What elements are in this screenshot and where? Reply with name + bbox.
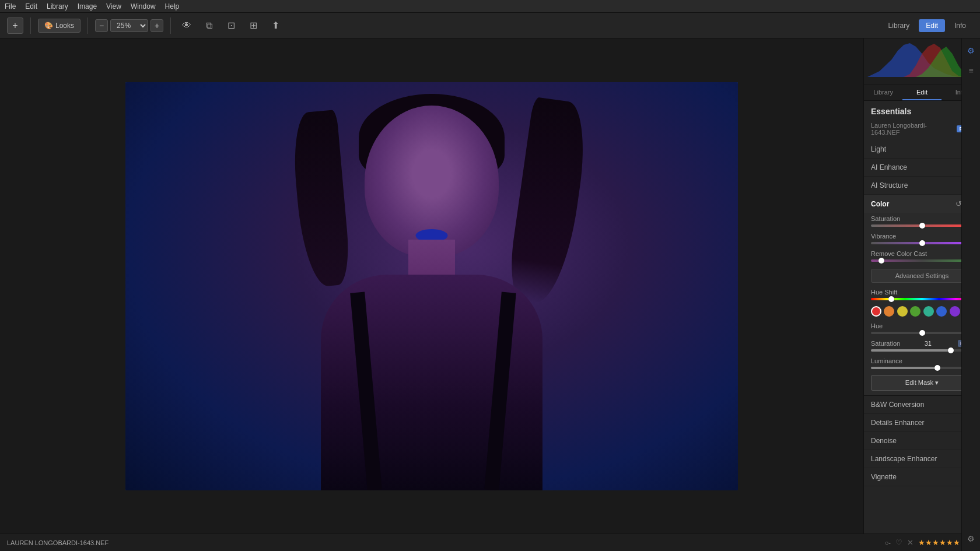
crop-icon: ⊡	[228, 20, 235, 31]
info-nav-button[interactable]: Info	[947, 19, 973, 32]
add-button[interactable]: +	[7, 17, 23, 34]
grid-button[interactable]: ⊞	[244, 17, 262, 34]
flag-dot[interactable]: ○-	[885, 539, 891, 546]
luminance-thumb[interactable]	[935, 365, 940, 371]
main-content: Library Edit Info Essentials Lauren Long…	[0, 38, 980, 534]
menu-help[interactable]: Help	[165, 2, 180, 10]
advanced-settings-button[interactable]: Advanced Settings	[871, 269, 973, 283]
hue-track[interactable]	[871, 332, 973, 334]
luminance-track[interactable]	[871, 367, 973, 369]
right-panel: Library Edit Info Essentials Lauren Long…	[863, 38, 980, 534]
hue-circle-purple[interactable]	[950, 306, 960, 317]
hue-circle-blue[interactable]	[936, 306, 947, 317]
status-bar: LAUREN LONGOBARDI-1643.NEF ○- ♡ ✕ ★★★★★★…	[0, 534, 980, 551]
curves-icon: ⚙	[964, 531, 979, 534]
hue-circle-yellow[interactable]	[897, 306, 908, 317]
hue-label: Hue	[871, 322, 883, 329]
menubar: File Edit Library Image View Window Help	[0, 0, 980, 13]
remove-color-cast-label: Remove Color Cast	[871, 250, 927, 257]
hue-thumb[interactable]	[919, 330, 925, 336]
denoise-label: Denoise	[871, 437, 897, 445]
histogram-chart	[867, 42, 977, 77]
canvas-area	[0, 38, 863, 534]
hue-shift-track[interactable]	[871, 298, 973, 300]
status-filename: LAUREN LONGOBARDI-1643.NEF	[7, 539, 108, 546]
remove-color-cast-track[interactable]	[871, 259, 973, 262]
crop-button[interactable]: ⊡	[222, 17, 240, 34]
zoom-minus-button[interactable]: −	[95, 19, 108, 32]
grid-icon: ⊞	[250, 20, 257, 31]
hue-circle-cyan[interactable]	[923, 306, 934, 317]
saturation2-track[interactable]	[871, 349, 973, 352]
bw-conversion-label: B&W Conversion	[871, 401, 924, 409]
star-rating[interactable]: ★★★★★★	[918, 538, 960, 547]
zoom-plus-button[interactable]: +	[150, 19, 163, 32]
portrait-figure	[280, 94, 583, 490]
landscape-enhancer-label: Landscape Enhancer	[871, 455, 937, 463]
vibrance-track[interactable]	[871, 242, 973, 244]
split-icon: ⧉	[206, 20, 212, 31]
saturation2-label: Saturation	[871, 340, 900, 347]
vibrance-label: Vibrance	[871, 233, 896, 240]
toolbar: + 🎨 Looks − 25% 50% 100% + 👁 ⧉ ⊡ ⊞ ⬆ Lib…	[0, 13, 980, 38]
light-label: Light	[871, 145, 886, 153]
edit-nav-button[interactable]: Edit	[919, 19, 945, 32]
luminance-fill	[871, 367, 937, 369]
details-enhancer-label: Details Enhancer	[871, 419, 924, 427]
menu-image[interactable]: Image	[78, 2, 97, 10]
split-view-button[interactable]: ⧉	[200, 17, 218, 34]
menu-file[interactable]: File	[5, 2, 16, 10]
saturation2-value: 31	[925, 340, 932, 347]
hair-right	[505, 96, 592, 307]
hue-shift-label: Hue Shift	[871, 289, 897, 296]
export-button[interactable]: ⬆	[267, 17, 284, 34]
zoom-control: − 25% 50% 100% +	[95, 19, 163, 32]
hue-circle-green[interactable]	[910, 306, 921, 317]
view-toggle-button[interactable]: 👁	[178, 17, 195, 34]
hair-left	[290, 110, 352, 288]
menu-edit[interactable]: Edit	[25, 2, 37, 10]
menu-library[interactable]: Library	[47, 2, 68, 10]
color-section-title: Color	[871, 200, 889, 208]
saturation-track[interactable]	[871, 224, 973, 227]
adjustments-icon[interactable]: ⚙	[964, 43, 979, 58]
looks-button[interactable]: 🎨 Looks	[38, 19, 80, 33]
remove-color-cast-thumb[interactable]	[878, 258, 884, 264]
library-tab[interactable]: Library	[864, 85, 902, 100]
hue-shift-thumb[interactable]	[888, 296, 894, 302]
hue-circle-orange[interactable]	[884, 306, 894, 317]
toolbar-separator-2	[88, 17, 88, 34]
file-name: Lauren Longobardi-1643.NEF	[871, 122, 953, 136]
edit-mask-button[interactable]: Edit Mask ▾	[871, 375, 973, 391]
library-nav-button[interactable]: Library	[881, 19, 917, 32]
saturation-label: Saturation	[871, 215, 900, 222]
ai-enhance-label: AI Enhance	[871, 163, 907, 171]
ai-structure-label: AI Structure	[871, 181, 908, 189]
saturation-thumb[interactable]	[919, 223, 925, 229]
head-shape	[365, 106, 499, 257]
heart-button[interactable]: ♡	[895, 538, 902, 547]
zoom-select[interactable]: 25% 50% 100%	[110, 19, 148, 32]
edit-tab[interactable]: Edit	[902, 85, 941, 100]
vibrance-thumb[interactable]	[919, 240, 925, 246]
layers-icon[interactable]: ≡	[964, 63, 979, 78]
saturation2-fill	[871, 349, 951, 352]
photo-container	[125, 82, 738, 490]
menu-view[interactable]: View	[106, 2, 121, 10]
status-right: ○- ♡ ✕ ★★★★★★ 🗑	[885, 538, 973, 548]
hue-circle-red[interactable]	[871, 306, 881, 317]
saturation2-thumb[interactable]	[948, 348, 954, 353]
export-icon: ⬆	[272, 20, 279, 31]
right-side-icons: ⚙ ≡ ⚙	[961, 38, 980, 534]
toolbar-separator-3	[170, 17, 171, 34]
nav-buttons: Library Edit Info	[881, 19, 973, 32]
menu-window[interactable]: Window	[131, 2, 156, 10]
vignette-label: Vignette	[871, 473, 897, 481]
toolbar-separator	[30, 17, 31, 34]
eye-icon: 👁	[182, 20, 191, 31]
reject-button[interactable]: ✕	[907, 538, 914, 547]
luminance-label: Luminance	[871, 357, 902, 364]
looks-icon: 🎨	[44, 22, 53, 30]
photo-canvas	[125, 82, 738, 490]
